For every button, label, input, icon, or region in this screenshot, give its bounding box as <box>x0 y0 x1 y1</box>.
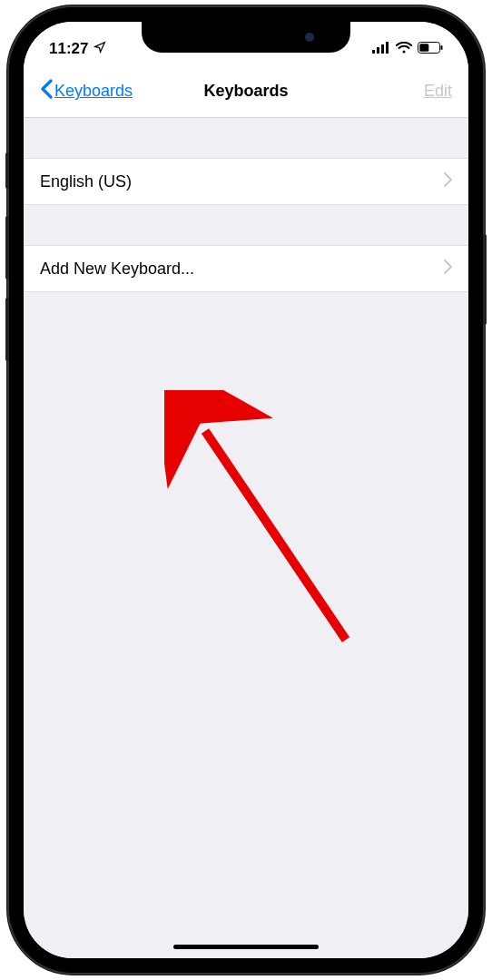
chevron-right-icon <box>444 260 452 278</box>
back-button[interactable]: Keyboards <box>40 79 133 103</box>
volume-up-button <box>5 216 9 279</box>
svg-rect-2 <box>381 44 384 54</box>
group-spacer <box>24 205 468 245</box>
mute-switch <box>5 152 9 189</box>
svg-rect-5 <box>419 44 428 51</box>
power-button <box>483 234 487 325</box>
svg-rect-1 <box>377 47 379 54</box>
location-icon <box>93 40 106 58</box>
svg-rect-0 <box>372 50 375 54</box>
edit-button[interactable]: Edit <box>424 82 452 101</box>
cellular-signal-icon <box>372 41 390 57</box>
add-new-keyboard-row[interactable]: Add New Keyboard... <box>24 245 468 292</box>
svg-rect-3 <box>386 42 389 54</box>
wifi-icon <box>396 41 412 57</box>
status-time: 11:27 <box>49 40 88 58</box>
keyboard-row-english-us[interactable]: English (US) <box>24 158 468 205</box>
chevron-left-icon <box>40 79 53 103</box>
row-label: Add New Keyboard... <box>40 260 194 279</box>
screen: 11:27 <box>24 22 468 958</box>
battery-icon <box>418 41 443 57</box>
svg-line-8 <box>205 431 346 640</box>
volume-down-button <box>5 298 9 361</box>
annotation-arrow-icon <box>164 390 373 662</box>
row-label: English (US) <box>40 172 132 191</box>
phone-frame: 11:27 <box>9 7 483 973</box>
group-spacer <box>24 118 468 158</box>
home-indicator[interactable] <box>173 945 319 949</box>
content-area: English (US) Add New Keyboard... <box>24 118 468 958</box>
chevron-right-icon <box>444 172 452 191</box>
back-label: Keyboards <box>54 82 133 101</box>
nav-bar: Keyboards Keyboards Edit <box>24 65 468 118</box>
notch <box>142 22 350 53</box>
svg-rect-6 <box>441 45 443 50</box>
front-camera <box>305 33 314 42</box>
